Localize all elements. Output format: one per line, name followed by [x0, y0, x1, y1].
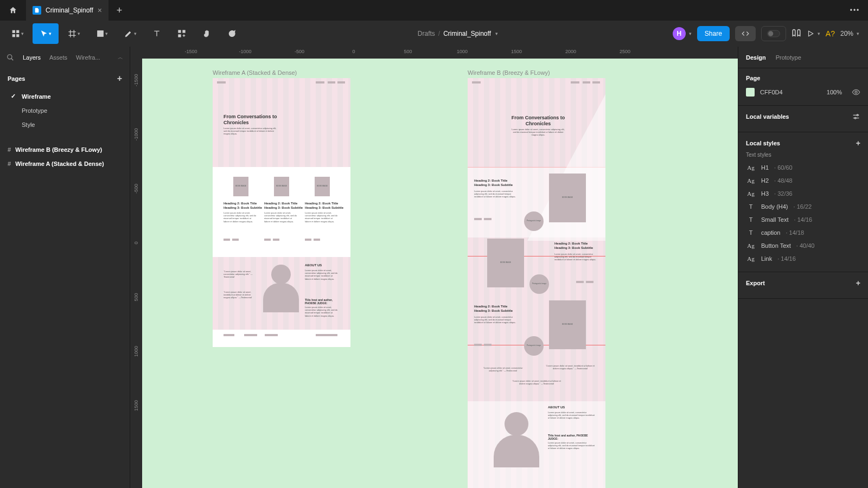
text-style-item[interactable]: AgH1 · 60/60: [746, 161, 860, 174]
pen-tool-button[interactable]: ▾: [117, 23, 143, 44]
color-swatch[interactable]: [746, 88, 755, 97]
host-line: THis host and author, PHOEBE JUDGE:: [305, 298, 339, 305]
nav-pill: [472, 81, 481, 84]
body: Lorem ipsum dolor sit amet, consectetur …: [554, 253, 600, 261]
grid-icon: [11, 29, 20, 38]
design-tab[interactable]: Design: [746, 54, 766, 61]
zoom-value: 20%: [840, 30, 853, 37]
assets-tab[interactable]: Assets: [49, 54, 67, 61]
page-color-value: CFF0D4: [760, 89, 783, 95]
book1-body: Lorem ipsum dolor sit amet, consectetur …: [224, 211, 257, 223]
cta-pill: [264, 239, 271, 241]
comment-tool-button[interactable]: [220, 23, 243, 44]
h2: Heading 2: Book Title: [474, 305, 507, 309]
layer-item[interactable]: #Wireframe B (Breezy & FLowy): [0, 143, 130, 157]
canvas-viewport[interactable]: Wireframe A (Stacked & Dense) From Conve…: [142, 59, 738, 488]
main-menu-button[interactable]: ▾: [4, 23, 30, 44]
page-tab[interactable]: Wirefra...: [76, 54, 100, 61]
nav-pill: [583, 81, 590, 84]
library-button[interactable]: [792, 29, 801, 38]
page-item[interactable]: ✓Wireframe: [0, 89, 130, 104]
zoom-control[interactable]: 20% ▾: [840, 30, 859, 37]
chevron-down-icon[interactable]: ▾: [495, 31, 498, 36]
quote1: "Lorem ipsum dolor sit amet, consectetur…: [224, 270, 257, 279]
about-heading: ABOUT US: [548, 406, 565, 409]
right-panel-tabs: Design Prototype: [738, 47, 868, 68]
sliders-icon[interactable]: [852, 112, 860, 121]
home-button[interactable]: [0, 0, 26, 21]
shape-tool-button[interactable]: ▾: [89, 23, 115, 44]
book2-h3: Heading 3: Book Subtitle: [264, 206, 303, 210]
ready-toggle[interactable]: [761, 26, 786, 41]
about-body: Lorem ipsum dolor sit amet, consectetur …: [548, 411, 597, 420]
avatar-head: [271, 265, 291, 284]
pages-header: Pages +: [0, 68, 130, 89]
svg-rect-1: [16, 30, 19, 33]
frame-a-label[interactable]: Wireframe A (Stacked & Dense): [213, 69, 297, 76]
canvas[interactable]: -1500-1000-50005001000150020002500 -1500…: [130, 47, 738, 488]
user-menu[interactable]: H ▾: [673, 27, 692, 40]
text-style-item[interactable]: AgH3 · 32/36: [746, 187, 860, 200]
resources-button[interactable]: [170, 23, 193, 44]
rectangle-icon: [97, 30, 104, 37]
book3-h2: Heading 2: Book Title: [305, 202, 338, 206]
book-img: BOOK IMAGE: [549, 300, 586, 349]
cta-pill: [273, 239, 279, 241]
text-style-item[interactable]: TSmall Text · 14/16: [746, 213, 860, 226]
home-icon: [9, 6, 17, 15]
dev-mode-button[interactable]: [735, 26, 756, 41]
add-style-button[interactable]: +: [856, 139, 860, 147]
search-icon[interactable]: [7, 54, 14, 61]
cta-pill: [474, 344, 482, 346]
layers-tab[interactable]: Layers: [23, 54, 41, 61]
eye-icon[interactable]: [852, 88, 860, 97]
svg-point-13: [857, 114, 858, 116]
file-tab[interactable]: Criminal_Spinoff ×: [26, 0, 108, 21]
toolbar: ▾ ▾ ▾ ▾ ▾ Drafts / Criminal_Spinoff ▾ H …: [0, 21, 868, 47]
wireframe-a[interactable]: From Conversations to Chronicles Lorem i…: [213, 78, 350, 347]
close-icon[interactable]: ×: [98, 6, 102, 15]
text-style-item[interactable]: AgButton Text · 40/40: [746, 239, 860, 252]
overflow-menu-button[interactable]: •••: [842, 0, 868, 21]
add-export-button[interactable]: +: [856, 279, 860, 287]
missing-fonts-badge[interactable]: A?: [826, 29, 835, 38]
nav-pill: [592, 81, 600, 84]
wireframe-b[interactable]: From Conversations to Chronicles Lorem i…: [468, 78, 605, 488]
breadcrumb-file[interactable]: Criminal_Spinoff: [443, 30, 491, 37]
breadcrumb-drafts[interactable]: Drafts: [418, 30, 435, 37]
add-page-button[interactable]: +: [117, 74, 122, 84]
text-style-item[interactable]: AgH2 · 48/48: [746, 174, 860, 187]
avatar-head: [505, 412, 528, 436]
frame-b-label[interactable]: Wireframe B (Breezy & FLowy): [468, 69, 550, 76]
page-color-row[interactable]: CFF0D4 100%: [746, 86, 860, 99]
frame-tool-button[interactable]: ▾: [61, 23, 87, 44]
prototype-tab[interactable]: Prototype: [776, 54, 801, 61]
hero-title: From Conversations to Chronicles: [511, 115, 565, 127]
text-tool-button[interactable]: [145, 23, 168, 44]
layer-item[interactable]: #Wireframe A (Stacked & Dense): [0, 157, 130, 171]
new-tab-button[interactable]: +: [108, 0, 130, 21]
wf-a-books: BOOK IMAGE BOOK IMAGE BOOK IMAGE Heading…: [213, 167, 350, 257]
text-style-item[interactable]: Tcaption · 14/18: [746, 226, 860, 239]
svg-rect-2: [12, 34, 15, 37]
move-tool-button[interactable]: ▾: [33, 23, 59, 44]
body: Lorem ipsum dolor sit amet, consectetur …: [474, 190, 520, 198]
share-button[interactable]: Share: [697, 26, 730, 41]
page-item[interactable]: Style: [0, 118, 130, 132]
svg-point-9: [768, 31, 773, 36]
text-style-item[interactable]: TBody (H4) · 16/22: [746, 200, 860, 213]
text-style-item[interactable]: AgLink · 14/16: [746, 252, 860, 265]
ruler-corner: [130, 47, 142, 59]
page-item[interactable]: Prototype: [0, 104, 130, 118]
wf-a-about: "Lorem ipsum dolor sit amet, consectetur…: [213, 257, 350, 328]
frame-icon: [68, 29, 76, 38]
book1-h3: Heading 3: Book Subtitle: [224, 206, 262, 210]
body: Lorem ipsum dolor sit amet, consectetur …: [474, 316, 520, 324]
pages-label: Pages: [8, 75, 25, 82]
chevron-up-icon[interactable]: ︿: [118, 54, 123, 61]
present-button[interactable]: ▾: [807, 30, 820, 37]
hand-tool-button[interactable]: [195, 23, 218, 44]
footer-pill: [224, 334, 234, 336]
chevron-down-icon: ▾: [49, 31, 52, 36]
left-panel: Layers Assets Wirefra... ︿ Pages + ✓Wire…: [0, 47, 130, 488]
